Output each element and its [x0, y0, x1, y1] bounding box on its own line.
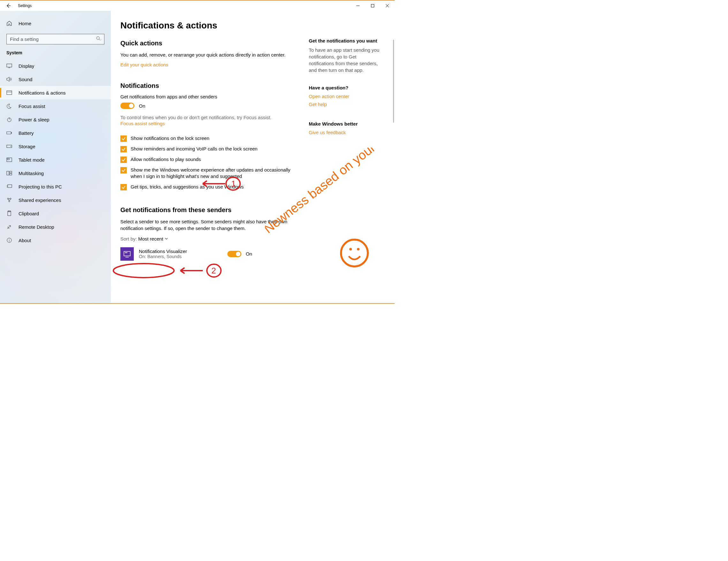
minimize-button[interactable]: [351, 1, 365, 11]
svg-point-21: [9, 239, 10, 239]
aside-feedback-title: Make Windows better: [309, 121, 382, 126]
notifications-icon: [6, 90, 12, 95]
checkbox-icon[interactable]: [120, 146, 127, 152]
svg-rect-14: [8, 185, 12, 187]
focus-assist-text: To control times when you do or don't ge…: [120, 114, 293, 121]
checkbox-icon[interactable]: [120, 184, 127, 190]
svg-point-15: [7, 198, 9, 199]
focus-assist-link[interactable]: Focus assist settings: [120, 121, 165, 126]
notifications-heading: Notifications: [120, 82, 293, 89]
aside: Get the notifications you want To have a…: [309, 20, 382, 303]
checkbox-lock-screen[interactable]: Show notifications on the lock screen: [120, 135, 293, 142]
nav-multitasking[interactable]: Multitasking: [0, 166, 111, 180]
aside-question-title: Have a question?: [309, 85, 382, 90]
remote-icon: [6, 224, 12, 230]
edit-quick-actions-link[interactable]: Edit your quick actions: [120, 62, 168, 67]
svg-rect-0: [371, 4, 374, 7]
svg-rect-13: [10, 173, 12, 175]
svg-point-1: [97, 37, 100, 40]
quick-actions-desc: You can add, remove, or rearrange your q…: [120, 51, 293, 58]
senders-desc: Select a sender to see more settings. So…: [120, 218, 293, 231]
sender-item[interactable]: Notifications Visualizer On: Banners, So…: [120, 247, 293, 261]
nav-projecting[interactable]: Projecting to this PC: [0, 180, 111, 193]
home-icon: [6, 20, 12, 26]
search-box[interactable]: [6, 34, 104, 44]
home-label: Home: [19, 21, 31, 26]
chevron-down-icon: [164, 236, 168, 241]
quick-actions-heading: Quick actions: [120, 40, 293, 47]
sender-app-icon: [120, 247, 134, 261]
checkbox-sounds[interactable]: Allow notifications to play sounds: [120, 156, 293, 163]
nav-clipboard[interactable]: Clipboard: [0, 207, 111, 220]
checkbox-icon[interactable]: [120, 135, 127, 142]
nav-power[interactable]: Power & sleep: [0, 113, 111, 126]
give-feedback-link[interactable]: Give us feedback: [309, 130, 346, 135]
notifications-toggle-label: Get notifications from apps and other se…: [120, 94, 293, 99]
multitasking-icon: [6, 170, 12, 176]
svg-rect-2: [7, 64, 12, 67]
get-help-link[interactable]: Get help: [309, 102, 327, 107]
page-title: Notifications & actions: [120, 20, 293, 31]
search-icon: [96, 36, 101, 42]
checkbox-icon[interactable]: [120, 156, 127, 163]
svg-rect-11: [7, 171, 9, 175]
projecting-icon: [6, 184, 12, 189]
sender-toggle[interactable]: [227, 251, 241, 257]
checkbox-voip[interactable]: Show reminders and incoming VoIP calls o…: [120, 146, 293, 152]
power-icon: [6, 117, 12, 122]
nav-display[interactable]: Display: [0, 59, 111, 72]
sender-name: Notifications Visualizer: [139, 248, 187, 254]
toggle-state: On: [139, 103, 145, 109]
battery-icon: [6, 130, 12, 136]
nav-storage[interactable]: Storage: [0, 140, 111, 153]
nav-shared[interactable]: Shared experiences: [0, 193, 111, 207]
svg-rect-22: [124, 251, 130, 256]
tablet-icon: [6, 157, 12, 163]
svg-point-17: [9, 201, 10, 202]
nav-about[interactable]: About: [0, 233, 111, 247]
aside-want-title: Get the notifications you want: [309, 38, 382, 43]
nav-tablet[interactable]: Tablet mode: [0, 153, 111, 166]
home-nav[interactable]: Home: [0, 17, 111, 29]
checkbox-welcome[interactable]: Show me the Windows welcome experience a…: [120, 167, 293, 180]
svg-rect-12: [10, 171, 12, 173]
nav-focus-assist[interactable]: Focus assist: [0, 99, 111, 113]
shared-icon: [6, 197, 12, 203]
nav-sound[interactable]: Sound: [0, 72, 111, 86]
checkbox-tips[interactable]: Get tips, tricks, and suggestions as you…: [120, 184, 293, 190]
search-input[interactable]: [10, 36, 96, 42]
scrollbar[interactable]: [393, 40, 394, 123]
about-icon: [6, 237, 12, 243]
open-action-center-link[interactable]: Open action center: [309, 94, 349, 99]
nav-notifications[interactable]: Notifications & actions: [0, 86, 111, 99]
svg-point-8: [11, 146, 11, 147]
svg-rect-5: [7, 132, 11, 134]
svg-rect-3: [7, 91, 12, 95]
sort-by-dropdown[interactable]: Sort by: Most recent: [120, 236, 293, 241]
sender-detail: On: Banners, Sounds: [139, 254, 187, 259]
display-icon: [6, 63, 12, 69]
nav-remote[interactable]: Remote Desktop: [0, 220, 111, 233]
main-content: Notifications & actions Quick actions Yo…: [111, 11, 395, 303]
svg-rect-6: [11, 132, 12, 133]
checkbox-icon[interactable]: [120, 167, 127, 173]
sound-icon: [6, 76, 12, 82]
notifications-toggle[interactable]: [120, 102, 134, 109]
senders-heading: Get notifications from these senders: [120, 206, 293, 214]
storage-icon: [6, 143, 12, 149]
close-button[interactable]: [380, 1, 395, 11]
svg-rect-23: [125, 252, 127, 253]
window-title: Settings: [18, 4, 32, 8]
nav-battery[interactable]: Battery: [0, 126, 111, 140]
svg-point-16: [10, 198, 11, 199]
titlebar: Settings: [0, 1, 395, 11]
maximize-button[interactable]: [365, 1, 380, 11]
clipboard-icon: [6, 210, 12, 216]
category-header: System: [0, 50, 111, 59]
svg-rect-10: [7, 158, 9, 160]
back-button[interactable]: [5, 3, 11, 9]
moon-icon: [6, 103, 12, 109]
aside-want-text: To have an app start sending you notific…: [309, 47, 382, 73]
sidebar: Home System Display Sound Notifications …: [0, 11, 111, 303]
